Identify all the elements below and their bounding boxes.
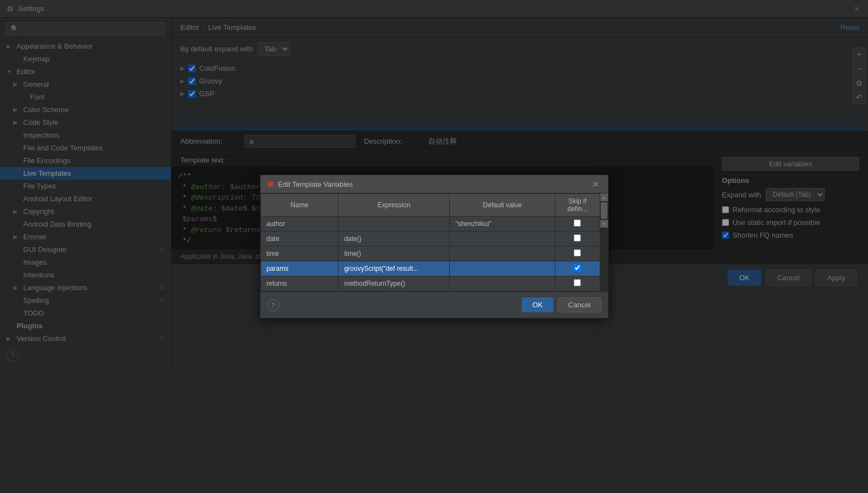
modal-table-area: Name Expression Default value Skip if de… — [261, 193, 608, 291]
modal-cancel-button[interactable]: Cancel — [558, 297, 601, 312]
col-header-expression: Expression — [339, 194, 450, 217]
scroll-down-button[interactable]: ▼ — [600, 220, 608, 228]
table-row[interactable]: date date() — [261, 232, 600, 246]
scroll-thumb[interactable] — [601, 202, 607, 219]
skip-checkbox[interactable] — [574, 234, 581, 242]
modal-help-button: ? — [267, 299, 279, 311]
row-skip — [555, 276, 600, 291]
row-name: returns — [261, 276, 339, 291]
modal-close-button[interactable]: ✕ — [590, 179, 601, 190]
row-default — [450, 246, 555, 261]
row-name: time — [261, 246, 339, 261]
row-expression: methodReturnType() — [339, 276, 450, 291]
table-row-selected[interactable]: params groovyScript("def result... — [261, 261, 600, 276]
edit-template-variables-modal: ⊞ Edit Template Variables ✕ Name Express… — [260, 175, 609, 318]
modal-footer-buttons: OK Cancel — [522, 297, 601, 312]
modal-help-btn[interactable]: ? — [267, 299, 279, 311]
skip-checkbox[interactable] — [574, 219, 581, 227]
row-default — [450, 232, 555, 246]
table-row[interactable]: time time() — [261, 246, 600, 261]
skip-checkbox[interactable] — [574, 249, 581, 256]
row-default — [450, 276, 555, 291]
scroll-up-button[interactable]: ▲ — [600, 193, 608, 201]
row-name: params — [261, 261, 339, 276]
modal-table-container: Name Expression Default value Skip if de… — [261, 193, 600, 291]
variables-table: Name Expression Default value Skip if de… — [261, 193, 600, 291]
modal-icon: ⊞ — [267, 180, 274, 188]
table-row[interactable]: author "shenzhikui" — [261, 217, 600, 232]
row-expression: date() — [339, 232, 450, 246]
col-header-skip: Skip if defin... — [555, 194, 600, 217]
modal-overlay: ⊞ Edit Template Variables ✕ Name Express… — [0, 0, 868, 493]
col-header-default: Default value — [450, 194, 555, 217]
modal-titlebar: ⊞ Edit Template Variables ✕ — [261, 175, 608, 193]
row-skip — [555, 261, 600, 276]
modal-scrollbar[interactable]: ▲ ▼ — [600, 193, 608, 291]
row-default: "shenzhikui" — [450, 217, 555, 232]
row-default — [450, 261, 555, 276]
skip-checkbox[interactable] — [574, 264, 581, 271]
row-skip — [555, 246, 600, 261]
modal-ok-button[interactable]: OK — [522, 297, 553, 312]
skip-checkbox[interactable] — [574, 279, 581, 286]
col-header-name: Name — [261, 194, 339, 217]
modal-footer: ? OK Cancel — [261, 291, 608, 318]
row-skip — [555, 232, 600, 246]
main-window: ⚙ Settings ✕ ▶ Appearance & Behavior Key… — [0, 0, 868, 493]
row-expression: time() — [339, 246, 450, 261]
row-expression: groovyScript("def result... — [339, 261, 450, 276]
modal-title: ⊞ Edit Template Variables — [267, 180, 353, 188]
row-name: author — [261, 217, 339, 232]
table-row[interactable]: returns methodReturnType() — [261, 276, 600, 291]
modal-title-text: Edit Template Variables — [278, 180, 353, 188]
modal-body: Name Expression Default value Skip if de… — [261, 193, 608, 291]
row-expression — [339, 217, 450, 232]
row-name: date — [261, 232, 339, 246]
row-skip — [555, 217, 600, 232]
